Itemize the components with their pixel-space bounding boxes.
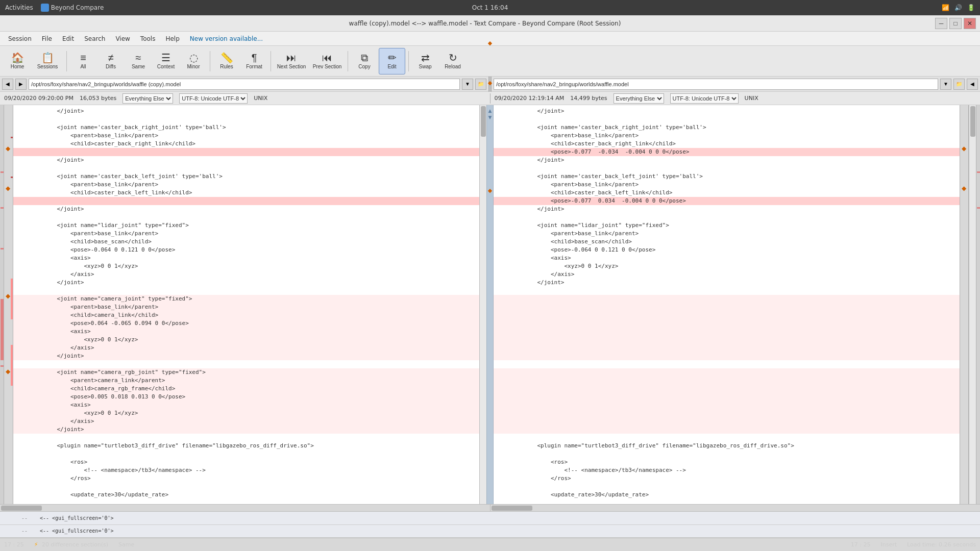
code-line-12[interactable]: </joint> xyxy=(494,205,960,213)
code-line-30[interactable]: </joint> xyxy=(13,352,479,360)
code-line-45[interactable]: </ros> xyxy=(13,474,479,483)
rules-button[interactable]: 📏 Rules xyxy=(213,48,240,74)
code-line-2[interactable]: <joint name='caster_back_right_joint' ty… xyxy=(494,123,960,132)
code-line-41[interactable]: <plugin name="turtlebot3_diff_drive" fil… xyxy=(13,442,479,450)
code-line-26[interactable]: <pose>0.064 -0.065 0.094 0 0</pose> xyxy=(13,319,479,328)
code-line-31[interactable] xyxy=(494,360,960,368)
left-path-input[interactable] xyxy=(29,79,460,90)
left-nav-forward[interactable]: ▶ xyxy=(15,79,27,90)
code-line-5[interactable]: <pose>-0.077 -0.034 -0.004 0 0 0</pose> xyxy=(494,148,960,156)
code-line-44[interactable]: <!-- <namespace>/tb3</namespace> --> xyxy=(13,466,479,474)
home-button[interactable]: 🏠 Home xyxy=(4,48,31,74)
code-line-0[interactable]: </joint> xyxy=(13,107,479,115)
code-line-14[interactable]: <joint name="lidar_joint" type="fixed"> xyxy=(13,221,479,230)
left-code-area[interactable]: </joint> <joint name='caster_back_right_… xyxy=(13,105,479,504)
right-code-area[interactable]: </joint> <joint name='caster_back_right_… xyxy=(494,105,960,504)
minimize-button[interactable]: ─ xyxy=(935,18,947,29)
code-line-15[interactable]: <parent>base_link</parent> xyxy=(13,230,479,238)
code-line-47[interactable]: <update_rate>30</update_rate> xyxy=(13,491,479,499)
code-line-43[interactable]: <ros> xyxy=(494,458,960,466)
code-line-42[interactable] xyxy=(13,450,479,458)
left-diff-arrow-3[interactable]: ◆ xyxy=(6,292,10,299)
code-line-18[interactable]: <axis> xyxy=(13,254,479,262)
code-line-33[interactable] xyxy=(494,377,960,385)
code-line-14[interactable]: <joint name="lidar_joint" type="fixed"> xyxy=(494,221,960,230)
code-line-7[interactable] xyxy=(494,164,960,172)
sessions-button[interactable]: 📋 Sessions xyxy=(32,48,63,74)
code-line-23[interactable]: <joint name="camera_joint" type="fixed"> xyxy=(13,295,479,303)
code-line-12[interactable]: </joint> xyxy=(13,205,479,213)
code-line-8[interactable]: <joint name='caster_back_left_joint' typ… xyxy=(494,172,960,181)
edit-button[interactable]: ✏ Edit xyxy=(379,48,405,74)
menu-session[interactable]: Session xyxy=(4,34,36,43)
code-line-46[interactable] xyxy=(494,483,960,491)
right-encoding[interactable]: UTF-8: Unicode UTF-8 xyxy=(670,93,739,104)
left-diff-arrow-2[interactable]: ◆ xyxy=(6,185,10,192)
code-line-20[interactable]: </axis> xyxy=(13,270,479,279)
same-button[interactable]: ≈ Same xyxy=(125,48,152,74)
code-line-21[interactable]: </joint> xyxy=(494,279,960,287)
code-line-10[interactable]: <child>caster_back_left_link</child> xyxy=(13,189,479,197)
left-filter[interactable]: Everything Else xyxy=(122,93,173,104)
code-line-29[interactable]: </axis> xyxy=(13,344,479,352)
all-button[interactable]: ≡ All xyxy=(70,48,96,74)
code-line-24[interactable] xyxy=(494,303,960,311)
code-line-18[interactable]: <axis> xyxy=(494,254,960,262)
code-line-37[interactable] xyxy=(494,409,960,417)
code-line-37[interactable]: <xyz>0 0 1</xyz> xyxy=(13,409,479,417)
code-line-25[interactable]: <child>camera_link</child> xyxy=(13,311,479,319)
left-nav-back[interactable]: ◀ xyxy=(2,79,13,90)
code-line-5[interactable] xyxy=(13,148,479,156)
code-line-1[interactable] xyxy=(494,115,960,123)
left-hscroll[interactable] xyxy=(0,505,491,511)
code-line-8[interactable]: <joint name='caster_back_left_joint' typ… xyxy=(13,172,479,181)
code-line-44[interactable]: <!-- <namespace>/tb3</namespace> --> xyxy=(494,466,960,474)
code-line-24[interactable]: <parent>base_link</parent> xyxy=(13,303,479,311)
menu-file[interactable]: File xyxy=(38,34,56,43)
code-line-36[interactable] xyxy=(494,401,960,409)
code-line-43[interactable]: <ros> xyxy=(13,458,479,466)
close-button[interactable]: ✕ xyxy=(964,18,976,29)
code-line-9[interactable]: <parent>base_link</parent> xyxy=(13,181,479,189)
code-line-31[interactable] xyxy=(13,360,479,368)
right-hscroll[interactable] xyxy=(491,505,981,511)
code-line-4[interactable]: <child>caster_back_right_link</child> xyxy=(494,140,960,148)
code-line-2[interactable]: <joint name='caster_back_right_joint' ty… xyxy=(13,123,479,132)
code-line-4[interactable]: <child>caster_back_right_link</child> xyxy=(13,140,479,148)
prev-section-button[interactable]: ⏮ Prev Section xyxy=(310,48,345,74)
code-line-7[interactable] xyxy=(13,164,479,172)
code-line-11[interactable]: <pose>-0.077 0.034 -0.004 0 0 0</pose> xyxy=(494,197,960,205)
app-indicator[interactable]: Beyond Compare xyxy=(41,4,104,12)
code-line-6[interactable]: </joint> xyxy=(494,156,960,164)
right-scrollbar-thumb[interactable] xyxy=(970,106,975,137)
menu-edit[interactable]: Edit xyxy=(58,34,78,43)
code-line-1[interactable] xyxy=(13,115,479,123)
code-line-36[interactable]: <axis> xyxy=(13,401,479,409)
reload-button[interactable]: ↻ Reload xyxy=(439,48,466,74)
left-scrollbar-thumb[interactable] xyxy=(481,106,486,137)
code-line-6[interactable]: </joint> xyxy=(13,156,479,164)
code-line-0[interactable]: </joint> xyxy=(494,107,960,115)
swap-button[interactable]: ⇄ Swap xyxy=(412,48,438,74)
code-line-27[interactable]: <axis> xyxy=(13,328,479,336)
code-line-34[interactable] xyxy=(494,385,960,393)
code-line-40[interactable] xyxy=(494,434,960,442)
right-scroll-track[interactable] xyxy=(969,105,976,504)
code-line-26[interactable] xyxy=(494,319,960,328)
code-line-45[interactable]: </ros> xyxy=(494,474,960,483)
code-line-15[interactable]: <parent>base_link</parent> xyxy=(494,230,960,238)
right-dropdown-btn[interactable]: ▼ xyxy=(940,79,951,90)
code-line-46[interactable] xyxy=(13,483,479,491)
code-line-13[interactable] xyxy=(13,213,479,221)
code-line-10[interactable]: <child>caster_back_left_link</child> xyxy=(494,189,960,197)
code-line-11[interactable] xyxy=(13,197,479,205)
code-line-20[interactable]: </axis> xyxy=(494,270,960,279)
code-line-22[interactable] xyxy=(13,287,479,295)
code-line-3[interactable]: <parent>base_link</parent> xyxy=(13,132,479,140)
left-encoding[interactable]: UTF-8: Unicode UTF-8 xyxy=(179,93,248,104)
code-line-28[interactable]: <xyz>0 0 1</xyz> xyxy=(13,336,479,344)
code-line-9[interactable]: <parent>base_link</parent> xyxy=(494,181,960,189)
code-line-19[interactable]: <xyz>0 0 1</xyz> xyxy=(494,262,960,270)
left-folder-btn[interactable]: 📁 xyxy=(475,79,486,90)
code-line-28[interactable] xyxy=(494,336,960,344)
